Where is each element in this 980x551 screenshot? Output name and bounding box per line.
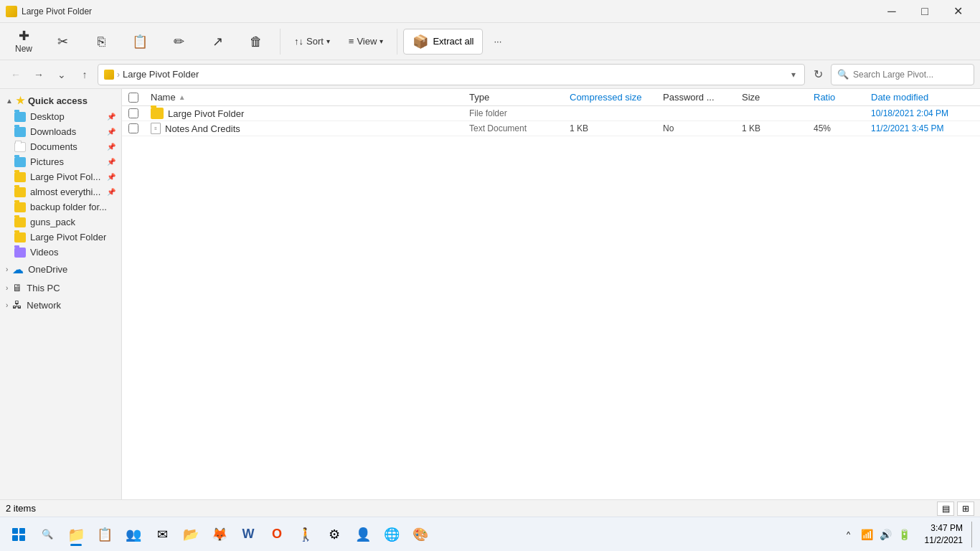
start-button[interactable] xyxy=(6,522,32,547)
taskbar-teams-icon: 👥 xyxy=(126,527,141,542)
sidebar-item-largepivotfolder[interactable]: Large Pivot Folder xyxy=(0,230,121,245)
sidebar-item-network[interactable]: › 🖧 Network xyxy=(0,296,121,314)
cut-button[interactable]: ✂ xyxy=(44,26,80,57)
taskbar-office-button[interactable]: O xyxy=(264,522,290,547)
share-icon: ↗ xyxy=(212,35,223,48)
documents-pin-icon: 📌 xyxy=(107,143,116,151)
column-header-type[interactable]: Type xyxy=(463,92,564,103)
column-header-date[interactable]: Date modified xyxy=(865,92,980,103)
taskbar-teams-button[interactable]: 👥 xyxy=(121,522,146,547)
tray-wifi-button[interactable]: 📶 xyxy=(859,522,876,547)
up-button[interactable]: ↑ xyxy=(75,65,95,85)
address-path[interactable]: › Large Pivot Folder ▾ xyxy=(98,64,805,85)
tray-battery-icon: 🔋 xyxy=(898,529,910,540)
new-icon: ✚ xyxy=(19,29,29,42)
column-header-name[interactable]: Name ▲ xyxy=(145,92,463,103)
row2-ratio-col: 45% xyxy=(808,123,865,133)
show-desktop-button[interactable] xyxy=(971,522,974,547)
taskbar-mail-button[interactable]: ✉ xyxy=(149,522,175,547)
taskbar-char2-button[interactable]: ⚙ xyxy=(321,522,347,547)
view-button[interactable]: ≡ View ▾ xyxy=(341,29,392,55)
close-button[interactable]: ✕ xyxy=(941,0,974,23)
more-options-button[interactable]: ··· xyxy=(486,29,509,55)
column-header-password[interactable]: Password ... xyxy=(657,92,736,103)
extract-all-button[interactable]: 📦 Extract all xyxy=(403,29,483,55)
share-button[interactable]: ↗ xyxy=(199,26,235,57)
column-size-label: Size xyxy=(742,92,760,103)
copy-button[interactable]: ⎘ xyxy=(83,26,119,57)
sidebar-item-largepivotfol-label: Large Pivot Fol... xyxy=(30,171,100,182)
sidebar-item-guns-pack[interactable]: guns_pack xyxy=(0,215,121,230)
paste-button[interactable]: 📋 xyxy=(122,26,158,57)
sort-button[interactable]: ↑↓ Sort ▾ xyxy=(286,29,338,55)
row2-password-col: No xyxy=(657,123,736,133)
row2-password: No xyxy=(663,123,674,133)
back-button[interactable]: ← xyxy=(6,65,26,85)
sidebar-item-backupfolder-label: backup folder for... xyxy=(30,202,107,212)
taskbar-widgets-button[interactable]: 📋 xyxy=(92,522,118,547)
toolbar: ✚ New ✂ ⎘ 📋 ✏ ↗ 🗑 ↑↓ Sort ▾ ≡ View ▾ 📦 E… xyxy=(0,23,980,60)
taskbar-char3-button[interactable]: 👤 xyxy=(350,522,376,547)
sidebar-item-thispc[interactable]: › 🖥 This PC xyxy=(0,279,121,296)
details-view-button[interactable]: ▤ xyxy=(937,501,954,516)
taskbar-search-button[interactable]: 🔍 xyxy=(34,522,60,547)
pictures-pin-icon: 📌 xyxy=(107,158,116,166)
new-label: New xyxy=(15,44,32,54)
win-logo-cell-2 xyxy=(19,528,25,534)
sidebar-item-videos-label: Videos xyxy=(30,247,59,258)
column-header-ratio[interactable]: Ratio xyxy=(808,92,865,103)
status-bar: 2 items ▤ ⊞ xyxy=(0,499,980,517)
expand-onedrive-icon: › xyxy=(6,265,8,273)
tray-chevron-button[interactable]: ^ xyxy=(840,522,857,547)
forward-button[interactable]: → xyxy=(29,65,49,85)
sidebar-item-largepivotfolder-label: Large Pivot Folder xyxy=(30,232,106,242)
taskbar-filemanager2-button[interactable]: 📂 xyxy=(178,522,204,547)
row1-checkbox[interactable] xyxy=(128,108,138,118)
taskbar-char1-icon: 🚶 xyxy=(298,527,314,542)
sidebar-item-videos[interactable]: Videos xyxy=(0,245,121,260)
sidebar-item-almosteverythi[interactable]: almost everythi... 📌 xyxy=(0,184,121,199)
taskbar-edge-button[interactable]: 🌐 xyxy=(379,522,405,547)
sidebar-item-documents[interactable]: Documents 📌 xyxy=(0,139,121,154)
icons-view-button[interactable]: ⊞ xyxy=(957,501,974,516)
tray-chevron-icon: ^ xyxy=(847,530,850,539)
taskbar-fileexplorer-button[interactable]: 📁 xyxy=(63,522,89,547)
taskbar-word-button[interactable]: W xyxy=(235,522,261,547)
column-header-size[interactable]: Size xyxy=(736,92,808,103)
tray-battery-button[interactable]: 🔋 xyxy=(896,522,913,547)
table-row[interactable]: ≡ Notes And Credits Text Document 1 KB N… xyxy=(122,121,980,136)
sidebar-item-downloads[interactable]: Downloads 📌 xyxy=(0,124,121,139)
row2-checkbox[interactable] xyxy=(128,123,138,133)
sidebar-item-backupfolder[interactable]: backup folder for... xyxy=(0,199,121,215)
recent-locations-button[interactable]: ⌄ xyxy=(52,65,72,85)
desktop-pin-icon: 📌 xyxy=(107,113,116,121)
taskbar-clock[interactable]: 3:47 PM 11/2/2021 xyxy=(919,522,969,547)
sidebar-item-pictures[interactable]: Pictures 📌 xyxy=(0,154,121,169)
documents-folder-icon xyxy=(14,142,26,152)
sidebar-item-largepivotfol[interactable]: Large Pivot Fol... 📌 xyxy=(0,169,121,184)
table-row[interactable]: Large Pivot Folder File folder 10/18/202… xyxy=(122,106,980,121)
tray-volume-button[interactable]: 🔊 xyxy=(877,522,895,547)
refresh-button[interactable]: ↻ xyxy=(808,65,828,85)
quick-access-header[interactable]: ▲ ★ Quick access xyxy=(0,92,121,109)
sidebar-item-onedrive[interactable]: › ☁ OneDrive xyxy=(0,260,121,279)
new-button[interactable]: ✚ New xyxy=(6,26,42,57)
taskbar-firefox-button[interactable]: 🦊 xyxy=(207,522,232,547)
rename-button[interactable]: ✏ xyxy=(161,26,197,57)
sidebar-item-desktop[interactable]: Desktop 📌 xyxy=(0,109,121,124)
desktop-folder-icon xyxy=(14,112,26,122)
search-box: 🔍 xyxy=(831,64,974,85)
thispc-label: This PC xyxy=(27,283,60,293)
minimize-button[interactable]: ─ xyxy=(875,0,908,23)
address-dropdown-button[interactable]: ▾ xyxy=(788,68,798,81)
address-bar: ← → ⌄ ↑ › Large Pivot Folder ▾ ↻ 🔍 xyxy=(0,60,980,89)
view-chevron-icon: ▾ xyxy=(380,37,383,45)
taskbar-char1-button[interactable]: 🚶 xyxy=(293,522,319,547)
taskbar-app2-button[interactable]: 🎨 xyxy=(407,522,433,547)
select-all-checkbox[interactable] xyxy=(128,93,138,103)
delete-button[interactable]: 🗑 xyxy=(238,26,274,57)
search-input[interactable] xyxy=(853,70,968,80)
column-header-compressed[interactable]: Compressed size xyxy=(564,92,657,103)
maximize-button[interactable]: □ xyxy=(908,0,941,23)
taskbar-char2-icon: ⚙ xyxy=(329,527,340,542)
